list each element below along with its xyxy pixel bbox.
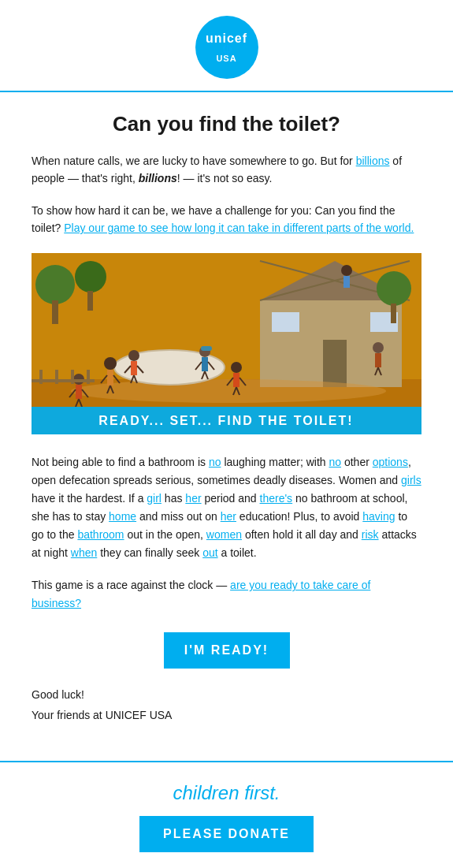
having-link[interactable]: having <box>362 510 395 523</box>
svg-point-17 <box>104 357 117 370</box>
body-paragraph: Not being able to find a bathroom is no … <box>32 453 421 563</box>
logo-unicef-text: unicef <box>206 32 247 46</box>
good-luck-text: Good luck! <box>32 688 421 701</box>
svg-rect-31 <box>202 357 208 371</box>
svg-rect-55 <box>39 370 43 384</box>
svg-point-50 <box>373 342 384 353</box>
out-link[interactable]: out <box>202 546 217 559</box>
svg-rect-14 <box>391 304 396 323</box>
svg-rect-30 <box>201 346 212 351</box>
no-other-link[interactable]: no <box>329 456 341 468</box>
page-title: Can you find the toilet? <box>32 112 421 136</box>
girl-link[interactable]: girl <box>147 492 162 505</box>
game-illustration: READY... SET... FIND THE TOILET! <box>32 253 421 434</box>
challenge-paragraph: To show how hard it can be, we have a ch… <box>32 202 421 237</box>
svg-point-36 <box>231 362 242 373</box>
options-link[interactable]: options <box>373 456 408 468</box>
her-edu-link[interactable]: her <box>221 510 236 523</box>
email-footer: children first. PLEASE DONATE UNICEF USA… <box>0 761 453 868</box>
race-paragraph: This game is a race against the clock — … <box>32 576 421 613</box>
friends-text: Your friends at UNICEF USA <box>32 709 421 721</box>
svg-rect-56 <box>55 370 58 384</box>
risk-link[interactable]: risk <box>362 528 379 541</box>
svg-rect-58 <box>87 370 90 384</box>
ready-button[interactable]: I'M READY! <box>164 632 290 669</box>
svg-rect-11 <box>272 312 299 332</box>
ready-take-care-link[interactable]: are you ready to take care of business? <box>32 579 370 609</box>
no-laughing-link[interactable]: no <box>209 456 221 468</box>
email-header: unicef 🌐 USA <box>0 0 453 92</box>
svg-rect-49 <box>343 276 350 288</box>
svg-rect-18 <box>107 370 113 386</box>
children-first-tagline: children first. <box>32 782 421 804</box>
email-container: unicef 🌐 USA Can you find the toilet? Wh… <box>0 0 453 868</box>
svg-rect-43 <box>76 385 82 399</box>
logo-globe-icon: 🌐 <box>222 45 232 54</box>
unicef-logo: unicef 🌐 USA <box>195 16 258 79</box>
when-link[interactable]: when <box>71 546 97 559</box>
girls-link[interactable]: girls <box>401 474 421 486</box>
game-link[interactable]: Play our game to see how long it can tak… <box>64 222 414 234</box>
svg-rect-24 <box>131 361 137 375</box>
game-image-area: READY... SET... FIND THE TOILET! <box>32 253 421 438</box>
svg-rect-57 <box>71 370 74 384</box>
her-link[interactable]: her <box>185 492 201 505</box>
svg-point-13 <box>377 271 411 306</box>
donate-button[interactable]: PLEASE DONATE <box>139 816 314 852</box>
svg-rect-5 <box>87 291 93 311</box>
intro-paragraph: When nature calls, we are lucky to have … <box>32 152 421 188</box>
svg-rect-51 <box>375 353 381 367</box>
svg-point-2 <box>35 265 75 304</box>
women-link[interactable]: women <box>206 528 242 541</box>
home-link[interactable]: home <box>109 510 136 523</box>
main-content: Can you find the toilet? When nature cal… <box>0 92 453 761</box>
there-link[interactable]: there's <box>260 492 293 505</box>
svg-rect-3 <box>52 300 58 324</box>
svg-rect-37 <box>233 373 239 387</box>
svg-point-4 <box>75 261 106 292</box>
logo-usa-text: USA <box>216 54 236 63</box>
svg-point-48 <box>341 265 352 276</box>
bathroom-link[interactable]: bathroom <box>77 528 124 541</box>
svg-rect-10 <box>323 340 347 387</box>
svg-text:READY... SET... FIND THE TOILE: READY... SET... FIND THE TOILET! <box>98 414 353 427</box>
billions-link[interactable]: billions <box>356 155 390 167</box>
svg-point-23 <box>128 350 139 361</box>
